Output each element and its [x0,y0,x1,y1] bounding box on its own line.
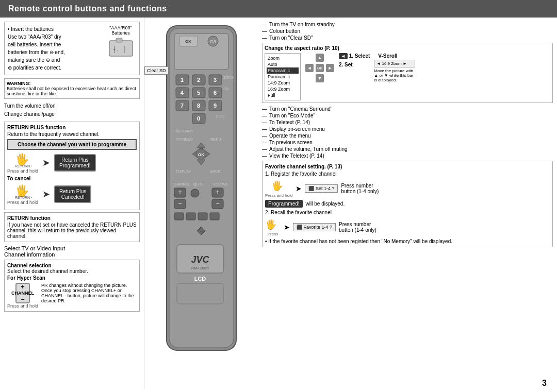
svg-text:CD: CD [223,87,228,91]
tv-standby-text: Turn the TV on from standby [269,22,335,27]
view-teletext-text: View the Teletext (P. 14) [269,153,324,159]
svg-text:4: 4 [180,90,184,96]
svg-rect-1 [116,38,122,42]
svg-text:−: − [216,200,219,207]
svg-text:ECO: ECO [216,114,224,118]
hyper-row: + CHANNEL − Press and hold PR changes wi… [7,283,137,309]
return-function-text: If you have not set or have canceled the… [7,222,137,239]
operate-menu-ann: — Operate the menu [262,133,553,139]
vol-channel-labels: Turn the volume off/on Change channel/pa… [4,102,140,118]
clear-sd-badge: Clear SD [144,66,169,75]
display-menu-ann: — Display on-screen menu [262,126,553,132]
arrow-fav2: ➤ [284,223,290,231]
adjust-volume-text: Adjust the volume, Turn off muting [269,146,348,152]
canceled-box: Return Plus Canceled! [54,185,91,203]
select-set-box: ◄ 1. Select 2. Set [339,53,370,67]
eco-mode-ann: — Turn on "Eco Mode" [262,113,553,118]
remote-control-svg: OK O/I 1 2 3 ZOOM 4 [151,23,252,384]
svg-rect-65 [186,213,195,220]
colour-button-text: Colour button [269,28,300,34]
channel-text: Select the desired channel number. [7,268,137,274]
select-tv-label: Select TV or Video input Channel informa… [4,245,140,258]
svg-text:MENU: MENU [210,138,221,141]
svg-rect-64 [174,213,184,220]
fav-setting-title: Favorite channel setting. (P. 13) [265,164,550,169]
arrow-right-2: ➤ [42,189,50,200]
warning-title: WARNING: [7,81,137,86]
press-hold-label-1: Press and hold [7,168,38,174]
hand-icon-1: 🖐 RETURN + [14,152,32,168]
svg-rect-73 [177,283,223,304]
svg-text:LCD: LCD [194,276,206,282]
svg-text:5: 5 [196,90,200,96]
svg-text:8: 8 [196,103,200,109]
battery-illustration: + - [107,36,135,61]
svg-text:2: 2 [196,77,200,83]
hand-icon-fav1: 🖐 [271,179,287,193]
view-teletext-ann: — View the Teletext (P. 14) [262,153,553,159]
battery-line3: cell batteries. Insert the [8,41,101,48]
programme-row: 🖐 RETURN + Press and hold ➤ Return Plus … [7,152,137,174]
page-number: 3 [542,379,547,388]
page: Remote control buttons and functions • I… [0,0,557,392]
press-number-label-2: Press number button (1-4 only) [339,221,376,233]
aspect-ratio-box: Change the aspect ratio (P. 10) Zoom Aut… [262,43,553,103]
teletext-ann: — To Teletext (P. 14) [262,120,553,125]
center-column: OK O/I 1 2 3 ZOOM 4 [144,18,258,389]
hyper-scan-label: For Hyper Scan [7,275,137,281]
svg-text:JVC: JVC [191,254,209,265]
cinema-surround-text: Turn on "Cinema Surround" [269,106,332,112]
programmed-badge: Programmed! [265,200,303,208]
previous-screen-text: To previous screen [269,140,313,145]
left-column: • Insert the batteries Use two "AAA/R03"… [0,18,144,389]
battery-label: "AAA/R03" Batteries [105,25,136,36]
svg-text:+: + [216,189,219,196]
favorite-section: Favorite channel setting. (P. 13) 1. Reg… [262,161,553,247]
svg-text:🖐: 🖐 [271,180,283,192]
right-column: — Turn the TV on from standby — Colour b… [258,18,557,389]
hyper-press-hold: Press and hold [7,303,38,309]
recall-row: 🖐 Press ➤ ⬛ Favorite 1-4 ? Press number … [265,217,550,236]
vol-label: Turn the volume off/on [4,102,140,110]
hand-icon-2: 🖐 RETURN + [14,183,32,200]
battery-line6: ⊕ polarities are correct. [8,64,101,72]
channel-label: Change channel/page [4,110,140,118]
return-plus-section: RETURN PLUS function Return to the frequ… [4,122,140,210]
nav-cross-small: ▲ ◄ OK ► ▼ [305,53,335,83]
adjust-volume-ann: — Adjust the volume, Turn off muting [262,146,553,152]
svg-text:7: 7 [180,103,183,109]
recall-fav-label: 2. Recall the favorite channel [265,210,550,215]
display-menu-text: Display on-screen menu [269,126,325,132]
tv-standby-ann: — Turn the TV on from standby [262,22,553,27]
battery-line2: Use two "AAA/R03" dry [8,33,101,41]
svg-text:CHANNEL: CHANNEL [173,182,190,186]
programmed-box: Return Plus Programmed! [54,154,96,172]
svg-text:🖐: 🖐 [265,219,277,230]
press-label: Press [268,232,278,236]
press-hold-label-2: Press and hold [7,200,38,205]
svg-text:TV/VIDEO: TV/VIDEO [176,138,193,141]
cinema-surround-ann: — Turn on "Cinema Surround" [262,106,553,112]
svg-text:O/I: O/I [209,39,216,44]
zoom-list: Zoom Auto Panoramic Panoramic 14:9 Zoom … [265,53,301,100]
press-number-label: Press number button (1-4 only) [341,183,379,194]
svg-text:6: 6 [213,90,216,96]
press-hold-fav: Press and hold [265,193,292,198]
svg-text:1: 1 [180,77,183,83]
svg-text:?: ? [194,185,196,189]
aspect-ratio-ann: Change the aspect ratio (P. 10) Zoom Aut… [265,45,415,100]
battery-text: • Insert the batteries Use two "AAA/R03"… [8,25,101,72]
hyper-text: PR changes without changing the picture.… [41,283,137,309]
will-be-displayed-text: will be displayed. [306,201,345,207]
no-memory-note: • If the favorite channel has not been r… [265,238,550,244]
arrow-right-1: ➤ [42,157,50,168]
warning-box: WARNING: Batteries shall not be exposed … [4,78,140,99]
channel-title: Channel selection [7,263,137,268]
to-cancel-label: To cancel [7,176,137,181]
svg-text:9: 9 [213,103,216,109]
colour-button-ann: — Colour button [262,28,553,34]
clear-sd-text: Turn on "Clear SD" [269,35,313,41]
cancel-row: 🖐 RETURN + Press and hold ➤ Return Plus … [7,183,137,205]
arrow-fav1: ➤ [296,184,302,193]
battery-line1: • Insert the batteries [8,25,101,33]
